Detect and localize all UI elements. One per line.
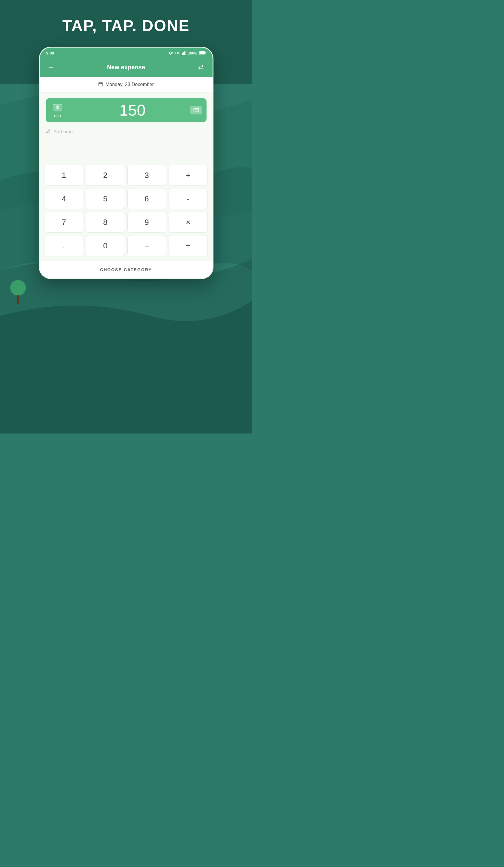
swap-button[interactable] <box>195 62 206 73</box>
svg-point-4 <box>170 54 171 55</box>
calc-btn-dot[interactable]: . <box>45 235 84 256</box>
calc-btn-3[interactable]: 3 <box>127 165 167 186</box>
svg-rect-7 <box>184 52 185 55</box>
calc-btn-4[interactable]: 4 <box>45 188 84 209</box>
battery-percentage: 100% <box>188 51 197 55</box>
calc-btn-plus[interactable]: + <box>169 165 208 186</box>
back-button[interactable]: ← <box>46 62 57 73</box>
svg-rect-10 <box>199 51 204 54</box>
phone-frame: 9:00 LTE 100% <box>39 47 213 279</box>
money-icon <box>52 103 63 114</box>
choose-category-button[interactable]: CHOOSE CATEGORY <box>40 261 213 278</box>
svg-rect-6 <box>183 52 184 55</box>
calc-row-3: 7 8 9 × <box>45 212 208 233</box>
calc-btn-divide[interactable]: ÷ <box>169 235 208 256</box>
calc-row-1: 1 2 3 + <box>45 165 208 186</box>
calc-btn-6[interactable]: 6 <box>127 188 167 209</box>
note-field[interactable]: Add note <box>40 125 213 138</box>
calculator: 1 2 3 + 4 5 6 - 7 8 9 × . 0 = ÷ <box>40 162 213 261</box>
svg-rect-12 <box>99 83 103 86</box>
currency-box: USD <box>51 103 67 118</box>
calc-btn-0[interactable]: 0 <box>86 235 125 256</box>
date-row[interactable]: Monday, 23 December <box>40 77 213 93</box>
amount-area: USD 150 ⌫ <box>40 93 213 125</box>
calc-btn-2[interactable]: 2 <box>86 165 125 186</box>
amount-display: USD 150 ⌫ <box>46 98 206 122</box>
calc-btn-9[interactable]: 9 <box>127 212 167 233</box>
calc-btn-8[interactable]: 8 <box>86 212 125 233</box>
status-bar: 9:00 LTE 100% <box>40 47 213 58</box>
calc-btn-equals[interactable]: = <box>127 235 167 256</box>
calc-btn-5[interactable]: 5 <box>86 188 125 209</box>
amount-divider <box>71 103 71 118</box>
backspace-button[interactable]: ⌫ <box>190 106 202 114</box>
page-headline: TAP, TAP. DONE <box>62 17 190 35</box>
calc-btn-multiply[interactable]: × <box>169 212 208 233</box>
currency-label: USD <box>54 114 61 118</box>
calc-row-2: 4 5 6 - <box>45 188 208 209</box>
svg-rect-11 <box>205 52 206 53</box>
svg-rect-8 <box>185 51 186 55</box>
app-bar-title: New expense <box>107 64 145 71</box>
date-label: Monday, 23 December <box>105 82 154 87</box>
amount-value: 150 <box>75 101 190 119</box>
calc-row-4: . 0 = ÷ <box>45 235 208 256</box>
svg-rect-5 <box>182 53 183 55</box>
wifi-icon <box>168 51 173 56</box>
battery-icon <box>199 51 206 55</box>
empty-space <box>40 138 213 162</box>
calc-btn-minus[interactable]: - <box>169 188 208 209</box>
note-placeholder: Add note <box>54 129 73 135</box>
lte-icon: LTE <box>175 52 180 55</box>
status-time: 9:00 <box>46 51 54 55</box>
pen-icon <box>46 129 51 135</box>
calendar-icon <box>98 82 103 88</box>
signal-icon <box>182 51 186 56</box>
app-bar: ← New expense <box>40 58 213 77</box>
calc-btn-1[interactable]: 1 <box>45 165 84 186</box>
calc-btn-7[interactable]: 7 <box>45 212 84 233</box>
status-right: LTE 100% <box>168 51 206 56</box>
